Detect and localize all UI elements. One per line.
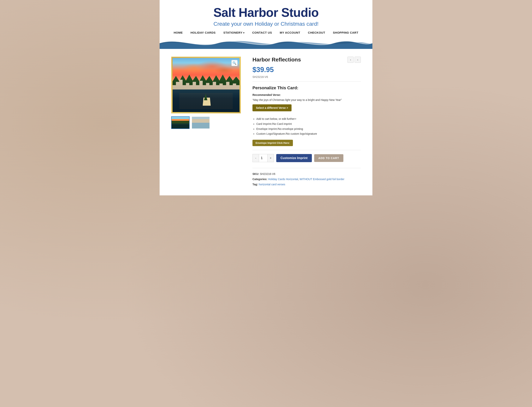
product-image-inner: 🔍 bbox=[173, 58, 240, 112]
category-link-0[interactable]: Holiday Cards Horizontal bbox=[268, 178, 298, 181]
bullet-item-1: Card Imprint:/No Card imprint bbox=[256, 122, 361, 126]
bullet-item-2: Envelope Imprint:/No envelope printing bbox=[256, 127, 361, 131]
main-navigation: HOME HOLIDAY CARDS STATIONERY CONTACT US… bbox=[160, 27, 372, 37]
sku-value: SH23216-V6 bbox=[260, 172, 275, 175]
product-images: 🔍 bbox=[171, 57, 241, 129]
nav-link-my-account[interactable]: MY ACCOUNT bbox=[280, 31, 300, 34]
nav-item-shopping-cart[interactable]: SHOPPING CART bbox=[333, 31, 358, 34]
product-bullet-list: Add to cart below, or edit further> Card… bbox=[252, 117, 361, 136]
quantity-plus-button[interactable]: + bbox=[267, 154, 274, 162]
prev-product-button[interactable]: ‹ bbox=[347, 57, 354, 63]
next-product-button[interactable]: › bbox=[355, 57, 361, 63]
bullet-item-0: Add to cart below, or edit further> bbox=[256, 117, 361, 121]
zoom-icon[interactable]: 🔍 bbox=[231, 60, 238, 66]
thumbnails bbox=[171, 116, 241, 129]
site-title: Salt Harbor Studio bbox=[163, 6, 369, 19]
divider-1 bbox=[252, 81, 361, 82]
product-image-frame: 🔍 bbox=[171, 57, 241, 113]
tag-label: Tag: bbox=[252, 183, 258, 186]
tag-row: Tag: horizontal card verses bbox=[252, 182, 361, 187]
wave-divider bbox=[160, 37, 372, 49]
recommended-verse-label: Recommended Verse: bbox=[252, 93, 361, 96]
categories-label: Categories: bbox=[252, 178, 267, 181]
nav-link-checkout[interactable]: CHECKOUT bbox=[308, 31, 325, 34]
personalize-heading: Personalize This Card: bbox=[252, 86, 361, 90]
product-meta: SKU: SH23216-V6 Categories: Holiday Card… bbox=[252, 168, 361, 187]
sku-row: SKU: SH23216-V6 bbox=[252, 172, 361, 176]
nav-item-checkout[interactable]: CHECKOUT bbox=[308, 31, 325, 34]
thumbnail-1-image bbox=[172, 117, 189, 128]
tag-link[interactable]: horizontal card verses bbox=[259, 183, 285, 186]
nav-list: HOME HOLIDAY CARDS STATIONERY CONTACT US… bbox=[160, 31, 372, 37]
painting-clouds bbox=[176, 61, 236, 80]
verse-text: “May the joys of Christmas light your wa… bbox=[252, 98, 361, 102]
nav-item-contact[interactable]: CONTACT US bbox=[252, 31, 272, 34]
main-content: 🔍 Harbor Reflections ‹ › bbox=[160, 49, 372, 195]
category-link-1[interactable]: WITHOUT Embossed gold foil border bbox=[300, 178, 345, 181]
site-header: Salt Harbor Studio Create your own Holid… bbox=[160, 0, 372, 27]
nav-link-home[interactable]: HOME bbox=[174, 31, 183, 34]
quantity-wrapper: - + bbox=[252, 154, 274, 162]
product-details: Harbor Reflections ‹ › $39.95 SH23216-V6… bbox=[252, 57, 361, 188]
thumbnail-1[interactable] bbox=[171, 116, 190, 129]
nav-link-shopping-cart[interactable]: SHOPPING CART bbox=[333, 31, 358, 34]
select-verse-button[interactable]: Select a different Verse > bbox=[252, 104, 291, 111]
nav-item-holiday-cards[interactable]: HOLIDAY CARDS bbox=[191, 31, 216, 34]
categories-row: Categories: Holiday Cards Horizontal, WI… bbox=[252, 177, 361, 181]
nav-item-home[interactable]: HOME bbox=[174, 31, 183, 34]
quantity-minus-button[interactable]: - bbox=[253, 154, 259, 162]
sku-label: SKU: bbox=[252, 172, 259, 175]
customize-imprint-button[interactable]: Customize Imprint bbox=[276, 154, 312, 162]
product-main-image bbox=[173, 58, 240, 112]
nav-item-my-account[interactable]: MY ACCOUNT bbox=[280, 31, 300, 34]
nav-item-stationery[interactable]: STATIONERY bbox=[223, 31, 244, 34]
quantity-input[interactable] bbox=[259, 154, 267, 162]
product-nav-arrows: ‹ › bbox=[347, 57, 361, 63]
nav-link-contact[interactable]: CONTACT US bbox=[252, 31, 272, 34]
envelope-imprint-button[interactable]: Envelope Imprint Click Here: bbox=[252, 140, 293, 146]
thumbnail-2[interactable] bbox=[192, 116, 210, 129]
product-title-row: Harbor Reflections ‹ › bbox=[252, 57, 361, 63]
product-title: Harbor Reflections bbox=[252, 57, 301, 63]
cart-section: - + Customize Imprint ADD TO CART bbox=[252, 150, 361, 162]
site-subtitle: Create your own Holiday or Christmas car… bbox=[163, 21, 369, 27]
nav-link-stationery[interactable]: STATIONERY bbox=[223, 31, 244, 34]
product-sku: SH23216-V6 bbox=[252, 75, 361, 78]
bullet-item-3: Custom Logo/Signature:/No custom logo/si… bbox=[256, 132, 361, 136]
nav-link-holiday-cards[interactable]: HOLIDAY CARDS bbox=[191, 31, 216, 34]
thumbnail-2-image bbox=[192, 117, 210, 128]
product-price: $39.95 bbox=[252, 66, 361, 74]
add-to-cart-button[interactable]: ADD TO CART bbox=[314, 154, 343, 162]
